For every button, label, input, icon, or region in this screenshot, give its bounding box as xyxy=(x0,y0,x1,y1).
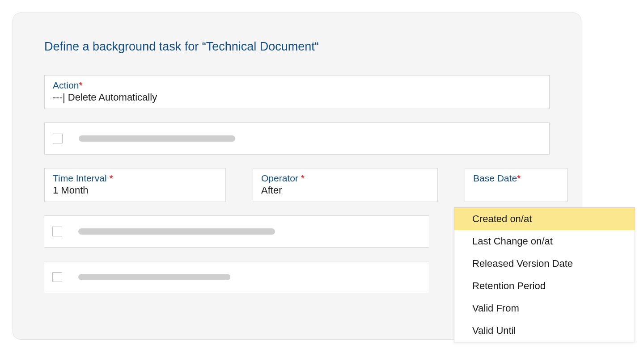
required-star: * xyxy=(517,173,521,183)
action-label: Action* xyxy=(53,80,541,91)
dropdown-item[interactable]: Valid From xyxy=(454,297,635,320)
action-field[interactable]: Action* ---| Delete Automatically xyxy=(44,75,550,109)
operator-field[interactable]: Operator * After xyxy=(253,168,438,202)
checkbox-1[interactable] xyxy=(53,134,63,143)
placeholder-bar-2 xyxy=(78,228,275,235)
criteria-row: Time Interval * 1 Month Operator * After… xyxy=(44,168,550,202)
base-date-field[interactable]: Base Date* xyxy=(465,168,568,202)
time-interval-label-text: Time Interval xyxy=(53,173,109,183)
option-row-3[interactable] xyxy=(44,261,429,293)
checkbox-2[interactable] xyxy=(52,227,62,236)
dropdown-item[interactable]: Created on/at xyxy=(454,208,635,230)
required-star: * xyxy=(109,173,113,183)
time-interval-value: 1 Month xyxy=(53,185,217,196)
operator-value: After xyxy=(261,185,429,196)
base-date-dropdown[interactable]: Created on/atLast Change on/atReleased V… xyxy=(454,207,635,342)
base-date-label: Base Date* xyxy=(473,173,559,184)
required-star: * xyxy=(301,173,305,183)
dropdown-item[interactable]: Retention Period xyxy=(454,275,635,297)
placeholder-bar-3 xyxy=(78,274,230,280)
operator-label-text: Operator xyxy=(261,173,301,183)
dropdown-item[interactable]: Valid Until xyxy=(454,320,635,342)
checkbox-3[interactable] xyxy=(52,272,62,282)
option-row-2[interactable] xyxy=(44,215,429,248)
dropdown-item[interactable]: Released Version Date xyxy=(454,253,635,275)
required-star: * xyxy=(79,80,82,90)
operator-label: Operator * xyxy=(261,173,429,184)
page-title: Define a background task for “Technical … xyxy=(44,40,550,54)
action-label-text: Action xyxy=(53,80,79,90)
dropdown-item[interactable]: Last Change on/at xyxy=(454,230,635,253)
action-value: ---| Delete Automatically xyxy=(53,92,541,103)
time-interval-field[interactable]: Time Interval * 1 Month xyxy=(44,168,226,202)
time-interval-label: Time Interval * xyxy=(53,173,217,184)
base-date-label-text: Base Date xyxy=(473,173,517,183)
option-row-1[interactable] xyxy=(44,122,550,155)
base-date-value xyxy=(473,185,559,196)
placeholder-bar-1 xyxy=(79,135,235,142)
